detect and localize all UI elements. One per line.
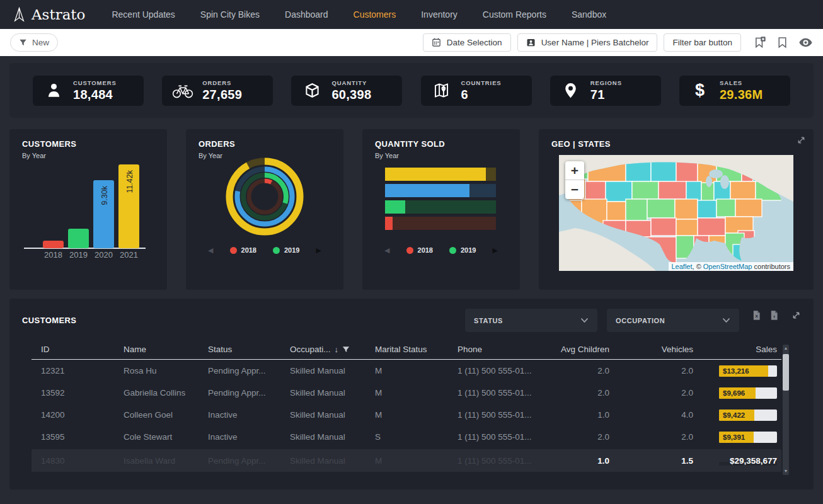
status-filter-dropdown[interactable]: STATUS <box>465 309 597 332</box>
table-row[interactable]: 13592Gabriella CollinsPending Appr...Ski… <box>32 382 781 404</box>
kpi-label: CUSTOMERS <box>73 79 117 86</box>
column-header-id[interactable]: ID <box>32 345 114 354</box>
new-filter-button[interactable]: New <box>10 33 58 52</box>
quantity-hbar-chart[interactable] <box>385 168 496 233</box>
nav-item-spin-city-bikes[interactable]: Spin City Bikes <box>188 0 272 29</box>
dashboard-content: CUSTOMERS18,484ORDERS27,659QUANTITY60,39… <box>0 56 823 496</box>
nav-items: Recent UpdatesSpin City BikesDashboardCu… <box>99 0 619 29</box>
map-zoom-out-button[interactable]: − <box>565 180 584 199</box>
chevron-down-icon <box>580 318 589 323</box>
svg-text:$: $ <box>695 82 705 99</box>
nav-item-recent-updates[interactable]: Recent Updates <box>99 0 187 29</box>
cell-phone: 1 (11) 500 555-01... <box>448 432 552 442</box>
legend-next-button[interactable]: ▶ <box>492 247 497 254</box>
column-header-sales[interactable]: Sales <box>708 345 781 354</box>
column-header-status[interactable]: Status <box>199 345 280 354</box>
cell-marital_status: M <box>365 388 448 398</box>
hbar-fill <box>385 200 405 214</box>
attribution-text: contributors <box>752 263 790 270</box>
orders-ring-chart[interactable] <box>217 149 312 246</box>
user-button-label: User Name | Piers Batchelor <box>541 38 649 47</box>
cell-vehicles: 2.0 <box>624 366 708 375</box>
eye-icon[interactable] <box>798 35 813 50</box>
filter-bar-button[interactable]: Filter bar button <box>664 33 741 52</box>
x-tick-label: 2021 <box>120 250 138 260</box>
cell-id: 14200 <box>32 410 114 420</box>
hbar-fill <box>385 184 469 197</box>
bookmark-icon[interactable] <box>776 36 789 49</box>
kpi-card-quantity: QUANTITY60,398 <box>291 76 402 106</box>
table-title: CUSTOMERS <box>22 316 76 325</box>
table-scrollbar[interactable]: ▲ ▼ <box>783 345 789 475</box>
legend-prev-button[interactable]: ◀ <box>384 247 389 254</box>
cell-name: Colleen Goel <box>114 410 199 420</box>
quantity-chart-panel: QUANTITY SOLD By Year ◀20182019▶ <box>362 129 520 290</box>
column-header-name[interactable]: Name <box>114 345 199 354</box>
dropdown-label: OCCUPATION <box>616 317 665 324</box>
scrollbar-thumb[interactable] <box>783 354 789 391</box>
nav-item-dashboard[interactable]: Dashboard <box>272 0 341 29</box>
app-title: Astrato <box>32 6 85 23</box>
cell-id: 13592 <box>32 388 114 398</box>
legend-item-2018: 2018 <box>406 246 433 254</box>
scroll-up-icon[interactable]: ▲ <box>783 345 789 352</box>
totals-sales-value: $29,358,677 <box>730 456 777 466</box>
export-excel-icon[interactable]: x <box>751 310 762 321</box>
nav-item-customers[interactable]: Customers <box>341 0 409 29</box>
legend-prev-button[interactable]: ◀ <box>208 247 213 254</box>
table-body: 12321Rosa HuPending Appr...Skilled Manua… <box>32 360 781 448</box>
date-selection-button[interactable]: Date Selection <box>423 33 511 52</box>
leaflet-map[interactable]: + − Leaflet, © OpenStreetMap contributor… <box>559 155 793 271</box>
openstreetmap-link[interactable]: OpenStreetMap <box>703 263 752 270</box>
column-header-label: Occupati... <box>290 345 331 354</box>
cell-vehicles: 4.0 <box>624 410 708 420</box>
column-header-label: Sales <box>756 345 777 354</box>
bicycle-icon <box>171 83 194 99</box>
cell-vehicles: 2.0 <box>624 388 708 398</box>
column-header-avg-children[interactable]: Avg Children <box>552 345 624 354</box>
totals-cell-vehicles: 1.5 <box>624 456 708 466</box>
scroll-down-icon[interactable]: ▼ <box>783 467 789 475</box>
user-badge-icon <box>526 38 536 47</box>
legend-dot <box>449 247 456 254</box>
leaflet-link[interactable]: Leaflet <box>672 263 693 270</box>
table-row[interactable]: 13595Cole StewartInactiveSkilled ManualS… <box>32 426 781 448</box>
table-row[interactable]: 14200Colleen GoelInactiveSkilled ManualM… <box>32 404 781 426</box>
svg-text:11.42k: 11.42k <box>125 169 134 193</box>
cell-marital_status: M <box>365 366 448 375</box>
x-tick-label: 2020 <box>95 250 113 260</box>
legend-next-button[interactable]: ▶ <box>316 247 321 254</box>
cell-status: Inactive <box>199 432 280 442</box>
app-logo: Astrato <box>13 6 85 23</box>
nav-item-inventory[interactable]: Inventory <box>408 0 470 29</box>
chart-subtitle: By Year <box>22 152 154 159</box>
sort-descending-icon[interactable]: ↓ <box>335 345 339 354</box>
cell-vehicles: 2.0 <box>624 432 708 442</box>
nav-item-custom-reports[interactable]: Custom Reports <box>470 0 559 29</box>
expand-icon[interactable] <box>797 135 806 145</box>
column-header-occupati[interactable]: Occupati...↓ <box>280 345 365 354</box>
hbar-2019 <box>385 200 496 214</box>
nav-item-sandbox[interactable]: Sandbox <box>559 0 619 29</box>
kpi-label: REGIONS <box>590 79 622 86</box>
column-header-phone[interactable]: Phone <box>448 345 552 354</box>
x-tick-label: 2018 <box>44 250 62 260</box>
cell-phone: 1 (11) 500 555-01... <box>448 366 552 375</box>
customers-bar-chart[interactable]: 201820199.30k202011.42k2021 <box>22 161 158 264</box>
kpi-label: ORDERS <box>202 79 242 86</box>
table-row[interactable]: 12321Rosa HuPending Appr...Skilled Manua… <box>32 360 781 382</box>
expand-icon[interactable] <box>791 311 801 320</box>
totals-cell-phone: 1 (11) 500 555-01... <box>448 456 552 466</box>
bookmark-add-icon[interactable] <box>753 36 766 49</box>
cell-phone: 1 (11) 500 555-01... <box>448 388 552 398</box>
occupation-filter-dropdown[interactable]: OCCUPATION <box>607 309 739 332</box>
column-header-marital-status[interactable]: Marital Status <box>365 345 448 354</box>
export-csv-icon[interactable]: , <box>769 310 780 321</box>
legend-dot <box>230 247 237 254</box>
user-name-button[interactable]: User Name | Piers Batchelor <box>517 33 658 52</box>
cell-status: Inactive <box>199 410 280 420</box>
column-header-vehicles[interactable]: Vehicles <box>624 345 708 354</box>
kpi-card-orders: ORDERS27,659 <box>162 76 273 106</box>
column-filter-icon[interactable] <box>342 346 350 353</box>
map-zoom-in-button[interactable]: + <box>565 161 584 180</box>
